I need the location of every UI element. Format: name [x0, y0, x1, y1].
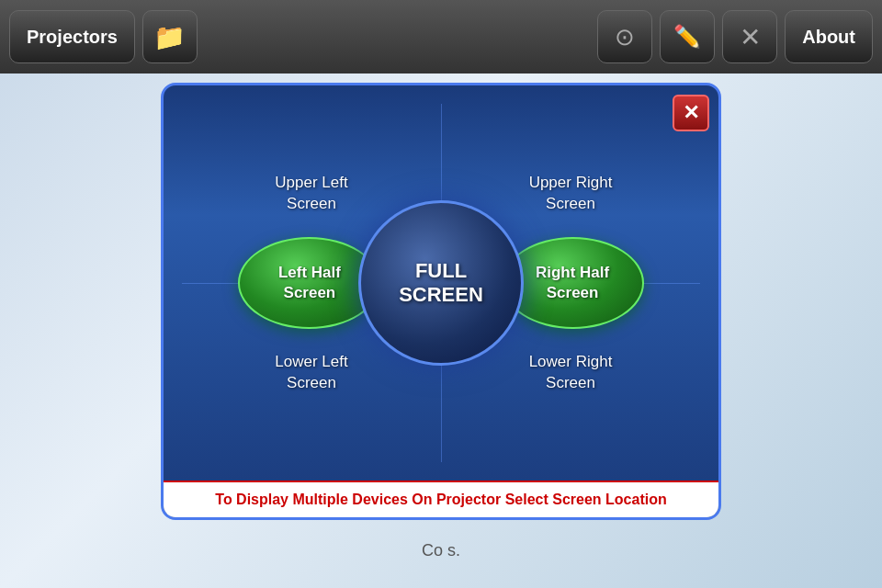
folder-plus-icon: 📁	[153, 22, 186, 52]
left-half-label: Left HalfScreen	[278, 263, 341, 303]
add-folder-button[interactable]: 📁	[142, 10, 198, 63]
full-screen-label: FULLSCREEN	[399, 259, 483, 308]
close-toolbar-button[interactable]: ✕	[722, 10, 777, 63]
full-screen-center: FULLSCREEN	[358, 200, 524, 366]
footer-message: To Display Multiple Devices On Projector…	[215, 492, 666, 507]
camera-button[interactable]: ⊙	[597, 10, 652, 63]
about-button[interactable]: About	[785, 10, 873, 63]
upper-right-label: Upper RightScreen	[529, 173, 613, 213]
screen-selection-modal: ✕ Upper LeftScreen Upper RightScreen Low…	[161, 83, 721, 520]
modal-close-button[interactable]: ✕	[673, 95, 709, 131]
upper-left-label: Upper LeftScreen	[275, 173, 347, 213]
x-icon: ✕	[740, 22, 761, 52]
right-half-label: Right HalfScreen	[536, 263, 609, 303]
projectors-button[interactable]: Projectors	[9, 10, 135, 63]
screen-grid: Upper LeftScreen Upper RightScreen Lower…	[164, 85, 718, 481]
edit-icon: ✏️	[673, 24, 701, 50]
edit-button[interactable]: ✏️	[660, 10, 715, 63]
camera-icon: ⊙	[615, 23, 635, 51]
modal-overlay: ✕ Upper LeftScreen Upper RightScreen Low…	[0, 74, 882, 588]
lower-left-label: Lower LeftScreen	[275, 352, 347, 392]
right-toolbar-icons: ⊙ ✏️ ✕	[597, 10, 777, 63]
toolbar: Projectors 📁 ⊙ ✏️ ✕ About	[0, 0, 882, 74]
lower-right-label: Lower RightScreen	[529, 352, 613, 392]
x-red-icon: ✕	[683, 101, 699, 125]
full-screen-button[interactable]: FULLSCREEN	[358, 200, 524, 366]
modal-footer: To Display Multiple Devices On Projector…	[164, 481, 718, 517]
